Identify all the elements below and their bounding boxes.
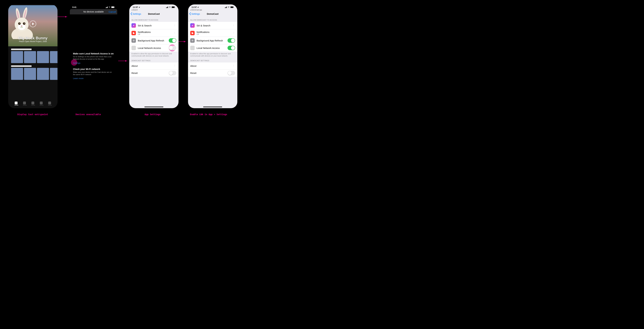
svg-point-12	[18, 24, 26, 30]
chevron-right-icon: 〉	[174, 64, 176, 67]
battery-icon	[230, 6, 234, 8]
svg-rect-24	[175, 7, 175, 8]
section-header-app: DemoCast Settings	[129, 57, 178, 63]
chevron-right-icon: 〉	[233, 64, 235, 67]
cell-siri[interactable]: ✦Siri & Search〉	[129, 22, 178, 29]
bg-refresh-toggle[interactable]	[169, 38, 176, 43]
cancel-button[interactable]: Cancel	[108, 11, 116, 13]
breadcrumb[interactable]: Search	[129, 9, 178, 11]
hero-card[interactable]: Big Buck Bunny Peach Open Movie Project,…	[8, 5, 58, 46]
reset-toggle[interactable]	[169, 71, 176, 75]
gear-icon: ⚙	[132, 38, 136, 43]
svg-point-13	[18, 22, 21, 25]
hero-title: Big Buck Bunny	[18, 36, 48, 40]
cellular-icon	[225, 7, 227, 8]
caption-4: Enable LNA in App > Settings	[190, 113, 227, 116]
thumb[interactable]	[50, 51, 58, 63]
status-time: 11:57	[192, 6, 199, 9]
battery-icon	[172, 6, 175, 8]
thumb[interactable]	[24, 68, 36, 80]
status-bar: 9:41	[69, 5, 118, 9]
tab-1[interactable]	[14, 102, 18, 105]
phone-cast-app: 9:41 DemoCast Big Buck Bunny Peach	[8, 5, 58, 108]
location-icon	[138, 7, 140, 8]
phone-no-devices: 9:41 No devices available Cancel Make su…	[69, 5, 118, 108]
thumb[interactable]	[11, 68, 23, 80]
app-icon	[132, 46, 136, 50]
chevron-right-icon: 〉	[233, 32, 235, 35]
siri-icon: ✦	[132, 23, 136, 28]
thumb-row-2	[8, 68, 58, 80]
tab-5[interactable]	[48, 102, 51, 105]
settings-link[interactable]: Settings	[73, 62, 80, 64]
status-icons	[106, 6, 115, 8]
cell-notifications[interactable]: NotificationsOff〉	[188, 29, 237, 37]
bg-refresh-toggle[interactable]	[228, 38, 235, 43]
svg-point-16	[24, 23, 25, 24]
cell-reset: Reset	[129, 70, 178, 77]
tab-2[interactable]	[23, 102, 26, 105]
phone-settings-on: 11:57 DemoCast app Settings DemoCast All…	[188, 5, 237, 108]
thumb[interactable]	[11, 51, 23, 63]
chevron-right-icon: 〉	[174, 32, 176, 35]
gear-icon: ⚙	[190, 38, 195, 43]
notifications-icon	[190, 31, 195, 35]
tab-4[interactable]	[40, 102, 43, 105]
learn-more-link[interactable]: Learn more	[73, 77, 84, 80]
home-indicator[interactable]	[203, 107, 222, 107]
status-time: 11:57	[133, 6, 140, 9]
play-button[interactable]	[30, 21, 36, 28]
thumb[interactable]	[37, 68, 49, 80]
phone-settings-off: 11:57 Search Settings DemoCast Allow Dem…	[129, 5, 178, 108]
lna-toggle[interactable]	[228, 46, 235, 50]
lna-footer: Enabled to allow this app permission to …	[188, 52, 237, 57]
lna-toggle[interactable]	[169, 46, 176, 50]
svg-rect-20	[112, 7, 114, 8]
status-bar: 11:57	[129, 5, 178, 9]
app-icon	[190, 46, 195, 50]
cell-siri[interactable]: ✦Siri & Search〉	[188, 22, 237, 29]
cellular-icon	[166, 7, 168, 8]
thumb[interactable]	[24, 51, 36, 63]
status-time: 9:41	[72, 6, 76, 9]
cell-bg-refresh: ⚙Background App Refresh	[188, 37, 237, 44]
cell-notifications[interactable]: NotificationsOff〉	[129, 29, 178, 37]
section-label-2	[11, 65, 32, 67]
tab-bar	[8, 102, 58, 105]
cast-dialog-header: No devices available Cancel	[70, 9, 117, 15]
caption-2: Devices unavailable	[76, 113, 101, 116]
battery-icon	[111, 6, 115, 8]
thumb[interactable]	[50, 68, 58, 80]
svg-rect-29	[234, 7, 234, 8]
section-header-access: Allow DemoCast to Access	[129, 17, 178, 22]
cell-about[interactable]: About〉	[188, 63, 237, 70]
cell-about[interactable]: About〉	[129, 63, 178, 70]
siri-icon: ✦	[190, 23, 195, 28]
notifications-icon	[132, 31, 136, 35]
status-icons	[166, 6, 175, 8]
lna-heading: Make sure Local Network Access is on	[73, 52, 114, 55]
cell-bg-refresh: ⚙Background App Refresh	[129, 37, 178, 44]
status-icons	[225, 6, 234, 8]
caption-1: Display Cast entrypoint	[18, 113, 48, 116]
wifi-icon	[228, 6, 230, 8]
hero-subtitle: Peach Open Movie Project, 2008	[19, 40, 47, 43]
tab-3[interactable]	[31, 102, 34, 105]
cell-lna: Local Network Access	[188, 44, 237, 52]
wifi-heading: Check your Wi-Fi network	[73, 68, 114, 70]
section-header-access: Allow DemoCast to Access	[188, 17, 237, 22]
thumb[interactable]	[37, 51, 49, 63]
status-bar: 11:57	[188, 5, 237, 9]
section-label-1	[11, 49, 32, 50]
section-header-app: DemoCast Settings	[188, 57, 237, 63]
back-button[interactable]: Settings	[130, 12, 141, 15]
reset-toggle[interactable]	[228, 71, 235, 75]
cellular-icon	[106, 7, 108, 8]
svg-point-17	[21, 26, 22, 27]
svg-rect-28	[231, 7, 233, 8]
cell-lna: Local Network Access	[129, 44, 178, 52]
home-indicator[interactable]	[144, 107, 163, 107]
back-button[interactable]: Settings	[189, 12, 200, 15]
breadcrumb[interactable]: DemoCast app	[188, 9, 237, 11]
chevron-right-icon: 〉	[174, 24, 176, 27]
